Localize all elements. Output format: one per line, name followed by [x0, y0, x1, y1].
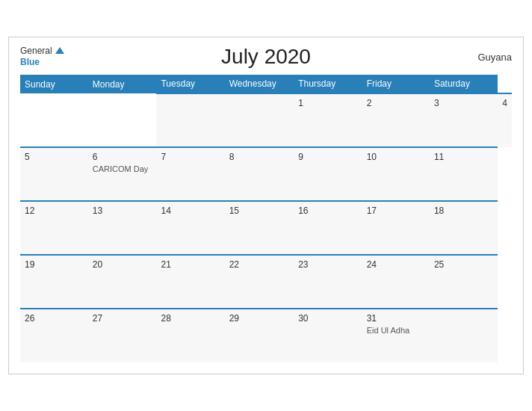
- calendar-container: General Blue July 2020 Guyana Sunday Mon…: [8, 37, 524, 374]
- calendar-day: 7: [156, 147, 224, 201]
- calendar-day: 9: [294, 147, 362, 201]
- calendar-day: 27: [88, 309, 157, 362]
- calendar-day: 23: [294, 255, 362, 309]
- calendar-day: 21: [156, 255, 224, 309]
- calendar-day: 13: [88, 201, 157, 255]
- calendar-day: 3: [430, 93, 498, 147]
- calendar-day: 8: [225, 147, 294, 201]
- weekday-wednesday: Wednesday: [225, 75, 294, 93]
- calendar-day: 12: [20, 201, 88, 255]
- calendar-day: 28: [156, 309, 224, 362]
- calendar-day: 24: [362, 255, 430, 309]
- calendar-day: 17: [362, 201, 430, 255]
- calendar-day: 15: [225, 201, 294, 255]
- empty-cell: [20, 93, 88, 147]
- calendar-grid: Sunday Monday Tuesday Wednesday Thursday…: [20, 75, 512, 362]
- calendar-day: [225, 93, 294, 147]
- calendar-day: 14: [156, 201, 224, 255]
- calendar-day: 2: [362, 93, 430, 147]
- calendar-day: 20: [88, 255, 157, 309]
- calendar-body: 123456CARICOM Day78910111213141516171819…: [20, 93, 512, 362]
- calendar-day: 4: [498, 93, 512, 147]
- calendar-title: July 2020: [221, 45, 311, 69]
- empty-cell: [430, 309, 498, 362]
- logo-triangle-icon: [55, 47, 64, 54]
- logo-blue-text: Blue: [20, 57, 40, 67]
- calendar-day: 19: [20, 255, 88, 309]
- calendar-day: 11: [430, 147, 498, 201]
- calendar-day: 25: [430, 255, 498, 309]
- calendar-day: 30: [294, 309, 362, 362]
- weekday-saturday: Saturday: [430, 75, 498, 93]
- country-label: Guyana: [477, 52, 512, 63]
- weekday-friday: Friday: [362, 75, 430, 93]
- calendar-day: 10: [362, 147, 430, 201]
- weekday-thursday: Thursday: [294, 75, 362, 93]
- logo: General Blue: [20, 46, 64, 67]
- weekday-sunday: Sunday: [20, 75, 88, 93]
- empty-cell: [88, 93, 157, 147]
- calendar-day: 16: [294, 201, 362, 255]
- calendar-day: 1: [294, 93, 362, 147]
- calendar-day: 6CARICOM Day: [88, 147, 157, 201]
- weekday-tuesday: Tuesday: [156, 75, 224, 93]
- calendar-day: 26: [20, 309, 88, 362]
- calendar-day: 5: [20, 147, 88, 201]
- calendar-header: General Blue July 2020 Guyana: [20, 45, 512, 69]
- weekday-monday: Monday: [88, 75, 157, 93]
- calendar-weekday-header: Sunday Monday Tuesday Wednesday Thursday…: [20, 75, 512, 93]
- calendar-day: 18: [430, 201, 498, 255]
- calendar-day: [156, 93, 224, 147]
- logo-general-text: General: [20, 46, 52, 55]
- calendar-day: 29: [225, 309, 294, 362]
- calendar-day: 31Eid Ul Adha: [362, 309, 430, 362]
- calendar-day: 22: [225, 255, 294, 309]
